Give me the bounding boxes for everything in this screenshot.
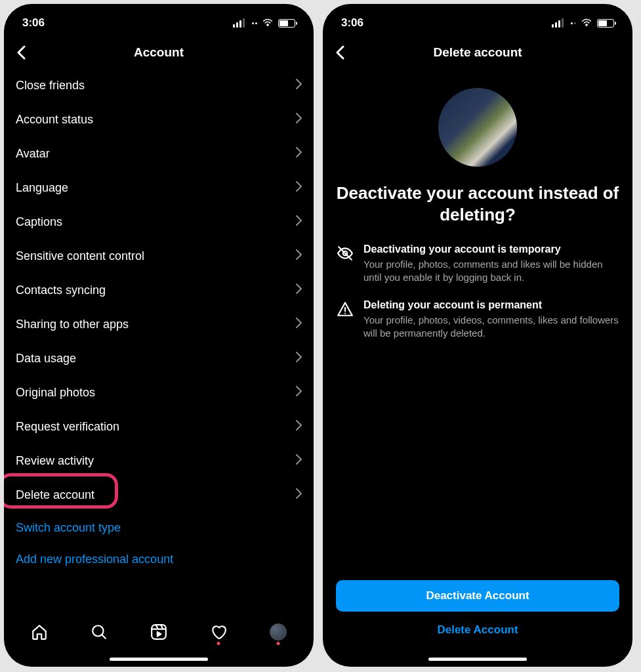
back-button[interactable]	[12, 43, 30, 62]
tab-search[interactable]	[90, 623, 108, 641]
menu-item-contacts-syncing[interactable]: Contacts syncing	[16, 273, 302, 307]
chevron-right-icon	[296, 386, 302, 400]
eye-off-icon	[336, 243, 354, 285]
profile-picture	[438, 88, 517, 167]
wifi-icon	[581, 17, 592, 29]
info-body: Your profile, photos, videos, comments, …	[363, 314, 619, 341]
chevron-right-icon	[296, 249, 302, 263]
menu-item-request-verification[interactable]: Request verification	[16, 410, 302, 444]
warning-icon	[336, 299, 354, 341]
signal-dots-icon	[252, 22, 257, 24]
chevron-right-icon	[296, 420, 302, 434]
home-indicator[interactable]	[323, 651, 632, 667]
chevron-right-icon	[296, 147, 302, 161]
info-deactivate: Deactivating your account is temporary Y…	[336, 243, 619, 285]
menu-item-review-activity[interactable]: Review activity	[16, 444, 302, 478]
status-bar: 3:06	[4, 4, 314, 37]
info-delete: Deleting your account is permanent Your …	[336, 299, 619, 341]
svg-point-3	[344, 312, 346, 314]
status-icons	[552, 17, 614, 29]
menu-item-avatar[interactable]: Avatar	[16, 136, 302, 171]
cellular-icon	[552, 18, 564, 28]
signal-dots-icon	[571, 22, 576, 24]
chevron-right-icon	[296, 488, 302, 502]
chevron-right-icon	[296, 284, 302, 297]
menu-item-captions[interactable]: Captions	[16, 205, 302, 239]
delete-account-screen: 3:06 Delete account Deactivate your acco…	[323, 4, 632, 667]
chevron-right-icon	[296, 113, 302, 127]
status-bar: 3:06	[323, 4, 632, 37]
menu-item-delete-account[interactable]: Delete account	[16, 478, 302, 512]
heading: Deactivate your account instead of delet…	[336, 182, 619, 225]
notification-dot-icon	[277, 642, 280, 645]
wifi-icon	[262, 17, 274, 29]
info-body: Your profile, photos, comments and likes…	[363, 258, 619, 285]
back-button[interactable]	[331, 43, 349, 62]
account-menu: Close friends Account status Avatar Lang…	[4, 68, 314, 613]
info-title: Deleting your account is permanent	[363, 299, 619, 311]
menu-item-data-usage[interactable]: Data usage	[16, 341, 302, 375]
info-title: Deactivating your account is temporary	[363, 243, 619, 255]
nav-header: Delete account	[323, 37, 632, 68]
menu-item-original-photos[interactable]: Original photos	[16, 375, 302, 410]
menu-item-sensitive-content[interactable]: Sensitive content control	[16, 239, 302, 273]
chevron-right-icon	[296, 215, 302, 229]
menu-item-sharing[interactable]: Sharing to other apps	[16, 307, 302, 341]
page-title: Delete account	[433, 45, 522, 60]
content-area: Deactivate your account instead of delet…	[323, 68, 632, 651]
svg-rect-1	[152, 625, 166, 639]
tab-activity[interactable]	[209, 623, 228, 641]
nav-header: Account	[4, 37, 314, 68]
link-add-professional-account[interactable]: Add new professional account	[16, 543, 302, 575]
delete-account-link[interactable]: Delete Account	[336, 623, 619, 637]
link-switch-account-type[interactable]: Switch account type	[16, 512, 302, 543]
notification-dot-icon	[217, 642, 220, 645]
menu-item-language[interactable]: Language	[16, 171, 302, 205]
status-time: 3:06	[341, 16, 363, 30]
tab-profile[interactable]	[269, 623, 287, 641]
chevron-right-icon	[296, 454, 302, 468]
account-settings-screen: 3:06 Account Close friends Account statu…	[4, 4, 314, 667]
tab-reels[interactable]	[150, 623, 168, 641]
cellular-icon	[233, 18, 245, 28]
chevron-right-icon	[296, 318, 302, 331]
battery-icon	[278, 19, 295, 28]
tab-bar	[4, 613, 314, 651]
home-indicator[interactable]	[4, 651, 314, 667]
battery-icon	[597, 19, 614, 28]
status-time: 3:06	[22, 16, 45, 30]
chevron-right-icon	[296, 181, 302, 195]
avatar-icon	[270, 623, 287, 640]
menu-item-account-status[interactable]: Account status	[16, 102, 302, 136]
deactivate-account-button[interactable]: Deactivate Account	[336, 580, 619, 612]
chevron-right-icon	[296, 352, 302, 366]
tab-home[interactable]	[30, 623, 49, 641]
chevron-right-icon	[296, 79, 302, 93]
page-title: Account	[134, 45, 184, 60]
status-icons	[233, 17, 295, 29]
menu-item-close-friends[interactable]: Close friends	[16, 68, 302, 102]
